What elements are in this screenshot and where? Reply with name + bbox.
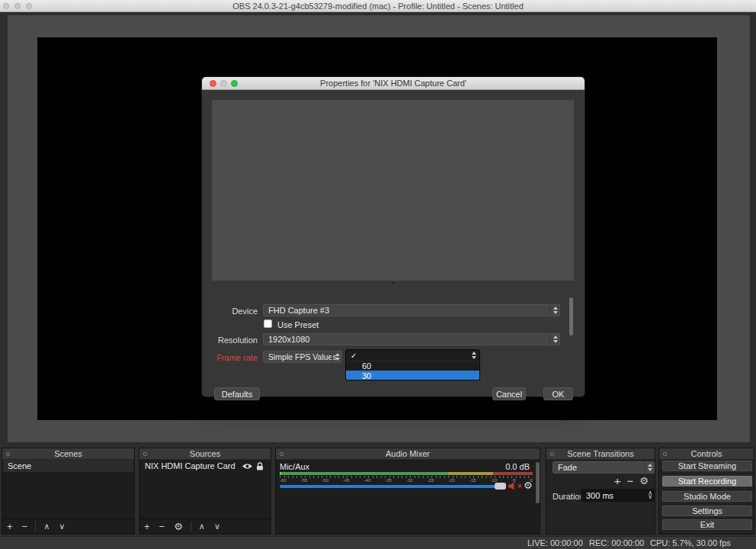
add-source-button[interactable]: + — [139, 522, 155, 531]
start-streaming-button[interactable]: Start Streaming — [662, 461, 752, 471]
move-scene-down-button[interactable]: ∨ — [54, 522, 69, 531]
minus-icon: − — [22, 521, 28, 532]
fps-option-60[interactable]: 60 — [346, 361, 479, 371]
transitions-panel-header[interactable]: Scene Transitions — [546, 448, 655, 460]
rec-time: REC: 00:00:00 — [589, 538, 644, 547]
volume-slider-track[interactable] — [280, 485, 495, 488]
mixer-scrollbar[interactable] — [536, 462, 540, 503]
window-title: OBS 24.0.3-21-g4cb53279-modified (mac) -… — [0, 2, 756, 11]
zoom-button[interactable] — [26, 3, 32, 9]
stepper-icon — [332, 351, 342, 363]
device-select[interactable]: FHD Capture #3 — [263, 304, 560, 316]
remove-transition-button[interactable]: − — [627, 475, 634, 486]
fps-type-value: Simple FPS Values — [268, 352, 337, 361]
dock-icon — [143, 452, 147, 456]
volume-slider-handle[interactable] — [495, 483, 506, 490]
dialog-title: Properties for 'NIX HDMI Capture Card' — [202, 79, 585, 88]
use-preset-label: Use Preset — [277, 320, 319, 329]
minimize-button[interactable] — [14, 3, 21, 9]
studio-mode-button[interactable]: Studio Mode — [662, 491, 752, 502]
plus-icon: + — [7, 521, 13, 532]
move-source-up-button[interactable]: ∧ — [194, 522, 210, 531]
meter-yellow-segment — [448, 472, 493, 475]
mixer-gear-icon[interactable]: ⚙ — [524, 480, 533, 491]
sources-toolbar: + − ⚙ ∧ ∨ — [139, 518, 271, 534]
obs-main-window: OBS 24.0.3-21-g4cb53279-modified (mac) -… — [0, 0, 756, 549]
zoom-button[interactable] — [231, 80, 238, 87]
transition-properties-button[interactable]: ⚙ — [639, 476, 649, 486]
scene-transitions-panel: Scene Transitions Fade + − ⚙ Duration 30… — [546, 448, 655, 535]
defaults-button[interactable]: Defaults — [214, 387, 260, 400]
fps-dropdown-popup: ✓ 60 30 — [345, 349, 480, 380]
lock-icon[interactable] — [256, 462, 264, 470]
chevron-down-icon: ∨ — [59, 522, 65, 531]
close-button[interactable] — [210, 80, 216, 87]
db-tick-label: -15 — [469, 478, 476, 483]
transitions-panel-title: Scene Transitions — [567, 449, 633, 458]
scenes-panel-header[interactable]: Scenes — [2, 448, 134, 460]
cpu-fps-stats: CPU: 5.7%, 30.00 fps — [650, 538, 731, 547]
visibility-eye-icon[interactable] — [242, 463, 252, 470]
toolbar-separator — [35, 522, 36, 532]
scene-name: Scene — [8, 461, 31, 470]
dialog-scrollbar[interactable] — [569, 297, 573, 336]
scenes-panel-title: Scenes — [54, 449, 82, 458]
use-preset-checkbox[interactable] — [264, 319, 272, 328]
stepper-icon — [549, 304, 560, 316]
plus-icon: + — [144, 521, 150, 532]
spinbox-arrows-icon[interactable]: ∧ ∨ — [648, 489, 652, 502]
cancel-button[interactable]: Cancel — [492, 387, 526, 400]
controls-panel-title: Controls — [691, 449, 722, 458]
ok-button[interactable]: OK — [543, 387, 573, 400]
fps-type-select[interactable]: Simple FPS Values — [263, 351, 342, 363]
meter-db-scale: -60 -55 -50 -45 -40 -35 -30 -25 -20 -15 … — [280, 478, 533, 483]
minus-icon: − — [627, 474, 634, 487]
dialog-titlebar[interactable]: Properties for 'NIX HDMI Capture Card' — [202, 77, 585, 90]
properties-dialog: Properties for 'NIX HDMI Capture Card' D… — [202, 77, 585, 396]
fps-dropdown-current[interactable]: ✓ — [346, 350, 479, 361]
add-transition-button[interactable]: + — [614, 475, 621, 486]
scenes-toolbar: + − ∧ ∨ — [2, 518, 134, 534]
remove-scene-button[interactable]: − — [18, 522, 33, 531]
dock-icon — [280, 452, 284, 456]
controls-panel-header[interactable]: Controls — [659, 448, 754, 460]
add-scene-button[interactable]: + — [2, 522, 18, 531]
muted-speaker-icon[interactable] — [508, 482, 517, 490]
scene-list-item[interactable]: Scene — [3, 460, 133, 472]
device-value: FHD Capture #3 — [268, 306, 329, 315]
scenes-panel: Scenes Scene + − ∧ ∨ — [2, 448, 135, 535]
sources-panel-title: Sources — [190, 449, 220, 458]
db-tick-label: -60 — [280, 478, 287, 483]
move-scene-up-button[interactable]: ∧ — [39, 522, 54, 531]
db-tick-label: -55 — [301, 478, 308, 483]
duration-label: Duration — [553, 492, 585, 501]
exit-button[interactable]: Exit — [662, 519, 752, 530]
mute-x-icon: × — [517, 482, 522, 490]
toolbar-separator — [191, 522, 191, 532]
close-button[interactable] — [3, 3, 9, 9]
sources-panel-header[interactable]: Sources — [139, 448, 271, 460]
resolution-select[interactable]: 1920x1080 — [263, 333, 560, 345]
transition-select[interactable]: Fade — [553, 461, 655, 474]
start-recording-button[interactable]: Start Recording — [662, 476, 752, 486]
remove-source-button[interactable]: − — [155, 522, 170, 531]
stepper-icon — [644, 461, 655, 474]
fps-option-30[interactable]: 30 — [346, 371, 479, 380]
duration-spinbox[interactable]: 300 ms ∧ ∨ — [581, 489, 655, 502]
chevron-up-icon: ∧ — [43, 522, 50, 531]
splitter-handle[interactable] — [392, 281, 395, 284]
resolution-value: 1920x1080 — [268, 335, 309, 344]
audio-mixer-panel-title: Audio Mixer — [386, 449, 430, 458]
db-tick-label: -25 — [428, 478, 434, 483]
minimize-button — [220, 80, 227, 87]
volume-meter — [280, 472, 533, 475]
settings-button[interactable]: Settings — [662, 506, 752, 516]
move-source-down-button[interactable]: ∨ — [210, 522, 225, 531]
source-properties-button[interactable]: ⚙ — [169, 522, 187, 531]
audio-mixer-panel-header[interactable]: Audio Mixer — [276, 448, 540, 460]
gear-icon: ⚙ — [174, 521, 183, 532]
stepper-icon — [549, 333, 560, 345]
meter-red-segment — [493, 472, 533, 475]
source-name: NIX HDMI Capture Card — [145, 461, 235, 470]
source-list-item[interactable]: NIX HDMI Capture Card — [140, 460, 270, 472]
